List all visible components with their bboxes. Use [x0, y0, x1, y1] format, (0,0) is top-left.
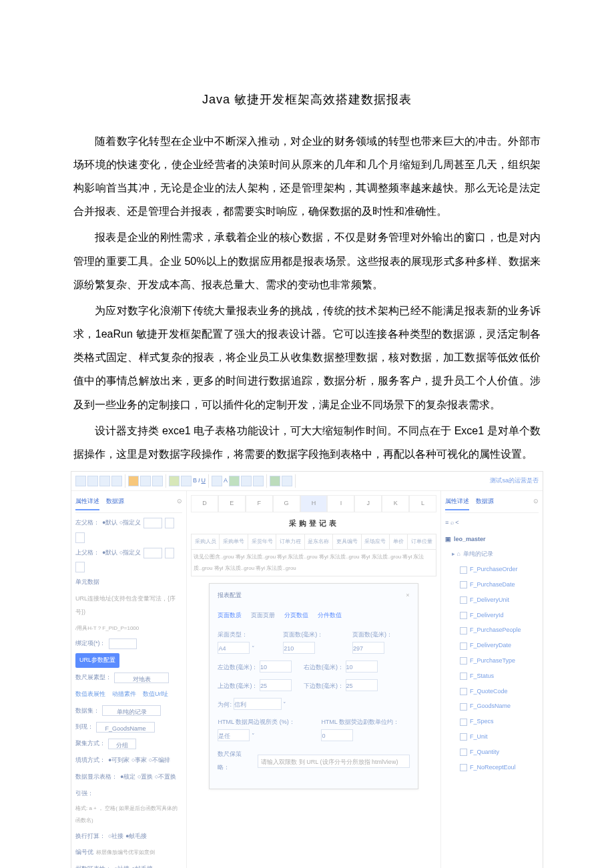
paragraph-3: 为应对数字化浪潮下传统大量报表业务的挑战，传统的技术架构已经不能满足报表新的业务…: [73, 299, 541, 416]
collapse-icon[interactable]: ⊙: [533, 495, 539, 510]
tree-item[interactable]: F_Quantity: [460, 746, 539, 759]
tree-item[interactable]: F_PurchasePeople: [460, 624, 539, 637]
toolbar: BIU A 测试sa的运营是否: [71, 472, 543, 491]
left-tab-props[interactable]: 属性详述: [75, 495, 99, 510]
dlg-tab-1[interactable]: 页面数质: [218, 609, 242, 622]
right-tab-2[interactable]: 数据源: [476, 495, 494, 510]
data-table: 采购人员采购单号采货年号订单力程是东名称更具编号采场应号单价订单位量 说见公图含…: [191, 534, 436, 576]
sheet-area: DEFGHIJKL 采购登记表 采购人员采购单号采货年号订单力程是东名称更具编号…: [187, 491, 440, 868]
dialog-title: 报表配置: [218, 589, 242, 605]
left-margin-input[interactable]: 10: [260, 661, 292, 673]
tree-item[interactable]: F_PurchaseType: [460, 655, 539, 668]
sheet-title: 采购登记表: [191, 512, 436, 534]
paragraph-1: 随着数字化转型在企业中不断深入推动，对企业的财务领域的转型也带来巨大的冲击。外部…: [73, 129, 541, 224]
right-tab-1[interactable]: 属性详述: [445, 495, 469, 510]
column-headers: DEFGHIJKL: [191, 495, 436, 512]
link-num-table[interactable]: 数值表展性: [75, 688, 105, 701]
tree-item[interactable]: F_DeliveryDate: [460, 639, 539, 653]
right-margin-input[interactable]: 10: [346, 661, 378, 673]
right-tree-panel: 属性详述 数据源 ⊙ ≡ ⌕ < ▣ leo_master ▸ ⌂ 单纯的记录 …: [440, 491, 543, 868]
html-side-select[interactable]: 是任: [218, 729, 250, 741]
page-type-select[interactable]: A4: [218, 642, 250, 654]
page-width-input[interactable]: 210: [283, 642, 315, 654]
policy-url-input[interactable]: 请输入双限数 到 URL (设序分号分所放指 htmlView): [258, 755, 409, 768]
left-property-panel: 属性详述 数据源 ⊙ 左父格：●默认 ○指定义 上父格：●默认 ○指定义 单元数…: [71, 491, 187, 868]
collapse-icon[interactable]: ⊙: [177, 495, 182, 510]
paragraph-2: 报表是企业的刚性需求，承载着企业的核心数据，不仅是财务管理对外输出的窗口，也是对…: [73, 226, 541, 296]
page-config-dialog: 报表配置 × 页面数质 页面页册 分页数值 分件数值 采面类型： A4 ˅ 页面…: [209, 583, 418, 789]
dlg-tab-3[interactable]: 分页数值: [284, 609, 308, 622]
tree-root[interactable]: ▣ leo_master: [445, 533, 539, 546]
dlg-tab-2[interactable]: 页面页册: [251, 609, 275, 622]
dlg-tab-4[interactable]: 分件数值: [318, 609, 342, 622]
tree-item[interactable]: F_DeliveryId: [460, 609, 539, 622]
tree-item[interactable]: F_PurchaseOrder: [460, 563, 539, 576]
tree-item[interactable]: F_Status: [460, 670, 539, 683]
tree-item[interactable]: F_DeliveryUnit: [460, 594, 539, 607]
close-icon[interactable]: ×: [406, 589, 409, 605]
tree-item[interactable]: F_QuoteCode: [460, 685, 539, 699]
right-icon-row: ≡ ⌕ <: [445, 516, 539, 530]
url-param-config-button[interactable]: URL参数配置: [75, 653, 119, 668]
tree-item[interactable]: F_Unit: [460, 731, 539, 744]
top-margin-input[interactable]: 25: [260, 679, 292, 691]
orientation-select[interactable]: 信利: [234, 698, 282, 710]
tree-item[interactable]: F_GoodsName: [460, 700, 539, 713]
tree-item[interactable]: F_Specs: [460, 715, 539, 729]
toolbar-right-label: 测试sa的运营是否: [490, 474, 539, 488]
paragraph-4: 设计器支持类 exce1 电子表格功能设计，可大大缩短制作时间。不同点在于 Ex…: [73, 419, 541, 466]
link-action[interactable]: 动描素件: [112, 688, 136, 701]
embedded-app-screenshot: BIU A 测试sa的运营是否 属性详述 数据源 ⊙ 左父格：●默认 ○指定义 …: [71, 471, 543, 868]
left-tab-datasource[interactable]: 数据源: [106, 495, 124, 510]
html-unit-input[interactable]: 0: [321, 729, 353, 741]
page-title: Java 敏捷开发框架高效搭建数据报表: [73, 87, 541, 113]
tree-group[interactable]: ▸ ⌂ 单纯的记录: [445, 548, 539, 561]
page-height-input[interactable]: 297: [352, 642, 384, 654]
bottom-margin-input[interactable]: 25: [346, 679, 378, 691]
link-url[interactable]: 数值Url址: [143, 688, 169, 701]
tree-item[interactable]: F_NoReceptEoul: [460, 761, 539, 775]
tree-item[interactable]: F_PurchaseDate: [460, 578, 539, 592]
